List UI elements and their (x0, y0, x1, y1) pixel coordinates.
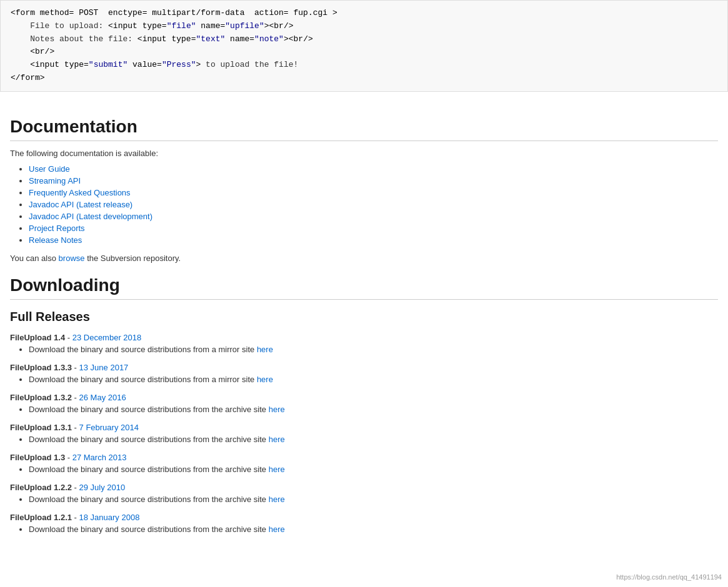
list-item: Download the binary and source distribut… (29, 405, 718, 414)
release-list: Download the binary and source distribut… (10, 465, 718, 474)
user-guide-link[interactable]: User Guide (29, 164, 70, 174)
streaming-api-link[interactable]: Streaming API (29, 176, 81, 185)
code-line-4: <br/> (11, 47, 54, 56)
list-item: Javadoc API (Latest development) (29, 212, 718, 221)
release-header: FileUpload 1.3.1 - 7 February 2014 (10, 423, 718, 432)
download-link[interactable]: here (269, 495, 285, 504)
release-entry-1-2-1: FileUpload 1.2.1 - 18 January 2008 Downl… (10, 513, 718, 534)
list-item: Download the binary and source distribut… (29, 525, 718, 534)
download-link[interactable]: here (269, 465, 285, 474)
list-item: Download the binary and source distribut… (29, 375, 718, 384)
code-line-2: File to upload: <input type="file" name=… (11, 21, 294, 31)
release-entry-1-2-2: FileUpload 1.2.2 - 29 July 2010 Download… (10, 483, 718, 504)
main-content: Documentation The following documentatio… (0, 104, 728, 555)
release-name: FileUpload 1.4 (10, 333, 65, 342)
release-name: FileUpload 1.2.2 (10, 483, 72, 492)
browse-link[interactable]: browse (59, 254, 85, 263)
code-line-3: Notes about the file: <input type="text"… (11, 34, 313, 44)
release-header: FileUpload 1.3 - 27 March 2013 (10, 453, 718, 462)
list-item: Javadoc API (Latest release) (29, 200, 718, 209)
release-list: Download the binary and source distribut… (10, 405, 718, 414)
release-list: Download the binary and source distribut… (10, 525, 718, 534)
release-list: Download the binary and source distribut… (10, 495, 718, 504)
release-header: FileUpload 1.3.3 - 13 June 2017 (10, 363, 718, 372)
code-line-1: <form method= POST enctype= multipart/fo… (11, 8, 337, 17)
release-header: FileUpload 1.2.1 - 18 January 2008 (10, 513, 718, 522)
faq-link[interactable]: Frequently Asked Questions (29, 188, 131, 197)
full-releases-title: Full Releases (10, 310, 718, 324)
documentation-links-list: User Guide Streaming API Frequently Aske… (10, 164, 718, 245)
release-date-link[interactable]: 27 March 2013 (72, 453, 127, 462)
documentation-intro: The following documentation is available… (10, 149, 718, 158)
release-entry-1-3: FileUpload 1.3 - 27 March 2013 Download … (10, 453, 718, 474)
code-line-5: <input type="submit" value="Press"> to u… (11, 60, 298, 69)
list-item: Project Reports (29, 224, 718, 233)
release-header: FileUpload 1.3.2 - 26 May 2016 (10, 393, 718, 402)
code-line-6: </form> (11, 73, 45, 82)
download-link[interactable]: here (269, 405, 285, 414)
download-link[interactable]: here (269, 435, 285, 444)
download-link[interactable]: here (257, 345, 273, 354)
release-notes-link[interactable]: Release Notes (29, 235, 82, 245)
javadoc-latest-dev-link[interactable]: Javadoc API (Latest development) (29, 212, 152, 221)
release-name: FileUpload 1.2.1 (10, 513, 72, 522)
downloading-title: Downloading (10, 275, 718, 300)
browse-text: You can also browse the Subversion repos… (10, 254, 718, 263)
list-item: Frequently Asked Questions (29, 188, 718, 197)
list-item: User Guide (29, 164, 718, 174)
list-item: Download the binary and source distribut… (29, 345, 718, 354)
release-entry-1-3-3: FileUpload 1.3.3 - 13 June 2017 Download… (10, 363, 718, 384)
documentation-section: Documentation The following documentatio… (10, 117, 718, 263)
release-header: FileUpload 1.4 - 23 December 2018 (10, 333, 718, 342)
release-name: FileUpload 1.3 (10, 453, 65, 462)
release-date-link[interactable]: 26 May 2016 (79, 393, 126, 402)
code-block: <form method= POST enctype= multipart/fo… (0, 0, 728, 92)
release-entry-1-3-2: FileUpload 1.3.2 - 26 May 2016 Download … (10, 393, 718, 414)
javadoc-latest-release-link[interactable]: Javadoc API (Latest release) (29, 200, 132, 209)
release-name: FileUpload 1.3.3 (10, 363, 72, 372)
list-item: Download the binary and source distribut… (29, 495, 718, 504)
download-link[interactable]: here (257, 375, 273, 384)
download-link[interactable]: here (269, 525, 285, 534)
release-date-link[interactable]: 18 January 2008 (79, 513, 140, 522)
release-header: FileUpload 1.2.2 - 29 July 2010 (10, 483, 718, 492)
documentation-title: Documentation (10, 117, 718, 141)
release-entry-1-3-1: FileUpload 1.3.1 - 7 February 2014 Downl… (10, 423, 718, 444)
downloading-section: Downloading Full Releases FileUpload 1.4… (10, 275, 718, 534)
project-reports-link[interactable]: Project Reports (29, 224, 85, 233)
list-item: Download the binary and source distribut… (29, 465, 718, 474)
release-name: FileUpload 1.3.2 (10, 393, 72, 402)
release-list: Download the binary and source distribut… (10, 435, 718, 444)
list-item: Download the binary and source distribut… (29, 435, 718, 444)
release-name: FileUpload 1.3.1 (10, 423, 72, 432)
list-item: Release Notes (29, 235, 718, 245)
release-list: Download the binary and source distribut… (10, 345, 718, 354)
release-list: Download the binary and source distribut… (10, 375, 718, 384)
release-date-link[interactable]: 13 June 2017 (79, 363, 129, 372)
release-date-link[interactable]: 23 December 2018 (72, 333, 142, 342)
list-item: Streaming API (29, 176, 718, 185)
release-entry-1-4: FileUpload 1.4 - 23 December 2018 Downlo… (10, 333, 718, 354)
release-date-link[interactable]: 7 February 2014 (79, 423, 139, 432)
release-date-link[interactable]: 29 July 2010 (79, 483, 126, 492)
